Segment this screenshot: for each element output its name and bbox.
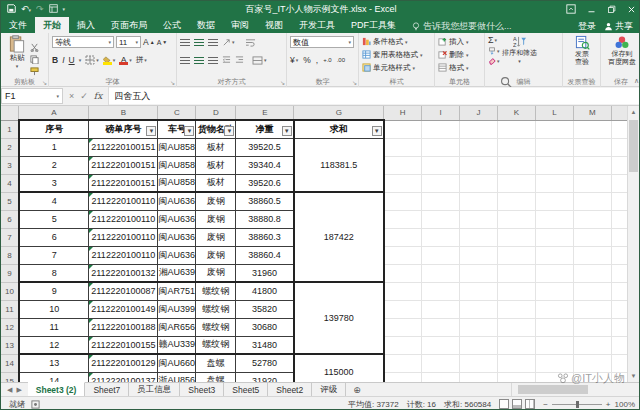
cell[interactable]: 板材 — [196, 174, 236, 192]
row-header[interactable]: 12 — [1, 318, 19, 336]
empty-cell[interactable] — [460, 282, 498, 300]
preview-icon[interactable] — [49, 4, 58, 15]
cell[interactable]: 闽AU636 — [158, 228, 196, 246]
empty-cell[interactable] — [498, 264, 536, 282]
cancel-icon[interactable]: × — [69, 91, 74, 101]
empty-cell[interactable] — [422, 336, 460, 354]
row-header[interactable]: 4 — [1, 174, 19, 192]
empty-cell[interactable] — [611, 264, 628, 282]
shrink-font-icon[interactable]: A▼ — [157, 39, 168, 46]
empty-cell[interactable] — [498, 120, 536, 138]
cell[interactable]: 盘螺 — [196, 354, 236, 372]
cell[interactable]: 2 — [19, 156, 89, 174]
redo-icon[interactable]: ↷ — [36, 5, 44, 14]
empty-cell[interactable] — [536, 300, 574, 318]
cell[interactable]: 39340.4 — [236, 156, 294, 174]
cell[interactable]: 废钢 — [196, 246, 236, 264]
scroll-down-icon[interactable]: ▼ — [628, 370, 639, 382]
row-header[interactable]: 7 — [1, 228, 19, 246]
empty-cell[interactable] — [536, 264, 574, 282]
empty-cell[interactable] — [460, 354, 498, 372]
formula-content[interactable]: 四舍五入 — [109, 88, 640, 104]
empty-cell[interactable] — [536, 192, 574, 210]
empty-cell[interactable] — [536, 156, 574, 174]
cell[interactable]: 闽AU636 — [158, 210, 196, 228]
decrease-decimal-icon[interactable]: .00 — [337, 57, 345, 63]
field-header-cell[interactable]: 货物名称▼ — [196, 120, 236, 138]
empty-cell[interactable] — [573, 228, 611, 246]
ribbon-tab-1[interactable]: 开始 — [35, 17, 69, 33]
collapse-ribbon-icon[interactable]: ∧ — [634, 77, 639, 85]
row-header[interactable]: 10 — [1, 282, 19, 300]
empty-cell[interactable] — [573, 318, 611, 336]
cell[interactable]: 52780 — [236, 354, 294, 372]
filter-dropdown-icon[interactable]: ▼ — [184, 126, 194, 136]
increase-decimal-icon[interactable]: +.0 — [323, 57, 332, 63]
sum-merged-cell[interactable]: 118381.5 — [294, 138, 384, 192]
cell[interactable]: 7 — [19, 246, 89, 264]
empty-cell[interactable] — [573, 138, 611, 156]
cell[interactable]: 1 — [19, 138, 89, 156]
enter-icon[interactable]: ✓ — [80, 91, 88, 101]
italic-button[interactable]: I — [62, 56, 64, 65]
empty-cell[interactable] — [384, 192, 422, 210]
empty-cell[interactable] — [384, 138, 422, 156]
zoom-out-icon[interactable]: − — [543, 400, 548, 409]
empty-cell[interactable] — [573, 336, 611, 354]
ribbon-tab-file[interactable]: 文件 — [1, 17, 35, 33]
empty-cell[interactable] — [611, 354, 628, 372]
autosum-icon[interactable]: Σ▾ — [488, 36, 500, 45]
field-header-cell[interactable]: 序号 — [19, 120, 89, 138]
cell[interactable]: 11 — [19, 318, 89, 336]
empty-cell[interactable] — [422, 138, 460, 156]
empty-cell[interactable] — [460, 336, 498, 354]
cell[interactable]: 2112220100137 — [89, 372, 158, 382]
sheet-tab[interactable]: 评级 — [312, 383, 346, 396]
empty-cell[interactable] — [384, 120, 422, 138]
row-header[interactable]: 8 — [1, 246, 19, 264]
sign-in-link[interactable]: 登录 — [578, 20, 596, 33]
clipboard-dialog-launcher[interactable]: ↘ — [42, 80, 47, 86]
empty-cell[interactable] — [611, 228, 628, 246]
field-header-cell[interactable]: 净重▼ — [236, 120, 294, 138]
row-header[interactable]: 11 — [1, 300, 19, 318]
format-painter-icon[interactable] — [30, 62, 39, 71]
borders-icon[interactable]: ▾ — [85, 55, 99, 65]
empty-cell[interactable] — [384, 210, 422, 228]
empty-cell[interactable] — [498, 192, 536, 210]
empty-cell[interactable] — [611, 336, 628, 354]
empty-cell[interactable] — [422, 372, 460, 382]
empty-cell[interactable] — [536, 336, 574, 354]
empty-cell[interactable] — [460, 300, 498, 318]
empty-cell[interactable] — [536, 120, 574, 138]
align-bottom-icon[interactable] — [208, 39, 218, 46]
empty-cell[interactable] — [611, 372, 628, 382]
invoice-check-button[interactable]: 发票查验 — [566, 35, 598, 76]
close-button[interactable] — [621, 1, 640, 17]
field-header-cell[interactable]: 求和▼ — [294, 120, 384, 138]
cell[interactable]: 浙AU856 — [158, 372, 196, 382]
font-color-icon[interactable]: A▾ — [119, 56, 132, 65]
column-header-M[interactable]: M — [573, 106, 611, 120]
empty-cell[interactable] — [422, 318, 460, 336]
empty-cell[interactable] — [422, 228, 460, 246]
row-header[interactable]: 15 — [1, 372, 19, 382]
cell[interactable]: 2112220100151 — [89, 174, 158, 192]
field-header-cell[interactable]: 车号▼ — [158, 120, 196, 138]
cell[interactable]: 39520.6 — [236, 174, 294, 192]
empty-cell[interactable] — [422, 300, 460, 318]
align-left-icon[interactable] — [180, 57, 190, 64]
cell[interactable]: 12 — [19, 336, 89, 354]
empty-cell[interactable] — [498, 228, 536, 246]
cell[interactable]: 2112220100110 — [89, 228, 158, 246]
cell[interactable]: 38860.5 — [236, 192, 294, 210]
column-header-L[interactable]: L — [536, 106, 574, 120]
sheet-tab[interactable]: Sheet2 — [268, 383, 312, 396]
cell[interactable]: 2112220100151 — [89, 138, 158, 156]
cell[interactable]: 闽AU399 — [158, 300, 196, 318]
font-name-combo[interactable]: 等线▾ — [52, 36, 114, 48]
insert-cells-button[interactable]: 插入▾ — [438, 35, 482, 48]
cell[interactable]: 38860.4 — [236, 246, 294, 264]
cell[interactable]: 2112220100110 — [89, 246, 158, 264]
comma-style-icon[interactable]: , — [316, 56, 318, 65]
